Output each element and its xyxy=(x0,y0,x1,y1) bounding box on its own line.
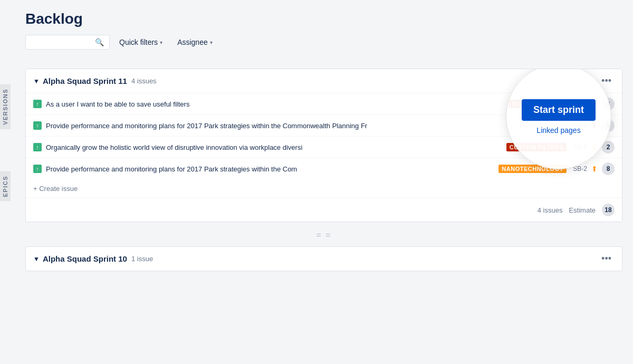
side-labels: VERSIONS EPICS xyxy=(0,84,11,201)
toolbar: 🔍 Quick filters ▾ Assignee ▾ xyxy=(25,35,622,50)
issue-label-custom[interactable]: CUSTOM FILTERS xyxy=(509,100,570,108)
sprint-10-count: 1 issue xyxy=(131,255,153,263)
priority-icon: ↑ xyxy=(594,100,598,108)
page-header: Backlog 🔍 Quick filters ▾ Assignee ▾ xyxy=(25,11,622,60)
sprint-11-more-button[interactable]: ••• xyxy=(598,74,615,88)
issue-text: Organically grow the holistic world view… xyxy=(46,143,502,151)
issue-type-icon: ↑ xyxy=(33,165,42,173)
search-icon: 🔍 xyxy=(95,38,104,46)
issue-text: Provide performance and monitoring plans… xyxy=(46,165,494,173)
sprint-10-title: Alpha Squad Sprint 10 xyxy=(43,254,127,263)
story-points: 3 xyxy=(602,98,615,110)
epics-label[interactable]: EPICS xyxy=(0,171,11,202)
priority-icon: ⬆ xyxy=(591,165,598,173)
issue-list: ↑ As a user I want to be able to save us… xyxy=(26,93,622,179)
sprint-footer: 4 issues Estimate 18 xyxy=(26,198,622,222)
sprint-11-count: 4 issues xyxy=(131,77,157,85)
issue-type-icon: ↑ xyxy=(33,143,42,151)
sprint-10-collapse-icon[interactable]: ▼ xyxy=(33,255,40,263)
page-title: Backlog xyxy=(25,11,622,27)
footer-estimate-label: Estimate xyxy=(569,206,596,214)
create-issue[interactable]: + Create issue xyxy=(26,179,622,198)
issue-id: SB-3 xyxy=(573,122,587,129)
footer-issues-count: 4 issues xyxy=(538,206,563,214)
story-points: 8 xyxy=(602,162,615,175)
sprint-10-section: ▼ Alpha Squad Sprint 10 1 issue ••• xyxy=(25,246,622,271)
story-points: 5 xyxy=(602,119,615,132)
versions-label[interactable]: VERSIONS xyxy=(0,84,11,129)
sprint-11-title: Alpha Squad Sprint 11 xyxy=(43,76,127,85)
priority-icon: ⬆ xyxy=(591,121,598,130)
search-box: 🔍 xyxy=(25,35,110,50)
sprint-collapse-icon[interactable]: ▼ xyxy=(33,78,40,85)
drag-handle: = = xyxy=(25,226,622,244)
sprint-10-more-button[interactable]: ••• xyxy=(598,252,615,265)
main-content: Backlog 🔍 Quick filters ▾ Assignee ▾ xyxy=(15,0,633,364)
footer-total-points: 18 xyxy=(602,204,615,216)
assignee-button[interactable]: Assignee ▾ xyxy=(172,35,218,50)
scrollbar[interactable] xyxy=(629,0,633,364)
issue-type-icon: ↑ xyxy=(33,100,42,108)
table-row: ↑ As a user I want to be able to save us… xyxy=(26,93,622,115)
sprint-11-header: ▼ Alpha Squad Sprint 11 4 issues ••• xyxy=(26,69,622,93)
issue-id: SB-6 xyxy=(573,143,587,151)
chevron-down-icon: ▾ xyxy=(160,40,162,45)
issue-id: SB-1 xyxy=(576,100,590,108)
chevron-down-icon: ▾ xyxy=(210,40,213,45)
story-points: 2 xyxy=(602,141,615,154)
issue-label-custom[interactable]: CUSTOM FILTERS xyxy=(506,143,567,151)
issue-type-icon: ↑ xyxy=(33,121,42,130)
quick-filters-button[interactable]: Quick filters ▾ xyxy=(114,35,168,50)
table-row: ↑ Provide performance and monitoring pla… xyxy=(26,115,622,137)
search-input[interactable] xyxy=(31,39,92,46)
table-row: ↑ Provide performance and monitoring pla… xyxy=(26,158,622,179)
issue-text: As a user I want to be able to save usef… xyxy=(46,100,505,108)
issue-text: Provide performance and monitoring plans… xyxy=(46,122,567,130)
sprint-11-section: ▼ Alpha Squad Sprint 11 4 issues ••• Sta… xyxy=(25,69,622,222)
page-container: VERSIONS EPICS Backlog 🔍 Quick filters ▾… xyxy=(0,0,633,364)
issue-id: SB-2 xyxy=(573,165,587,173)
priority-icon: ⬆ xyxy=(591,143,598,151)
table-row: ↑ Organically grow the holistic world vi… xyxy=(26,137,622,158)
sprint-11-actions: ••• xyxy=(598,74,615,88)
issue-label-nano[interactable]: NANOTECHNOLOGY xyxy=(498,165,567,173)
